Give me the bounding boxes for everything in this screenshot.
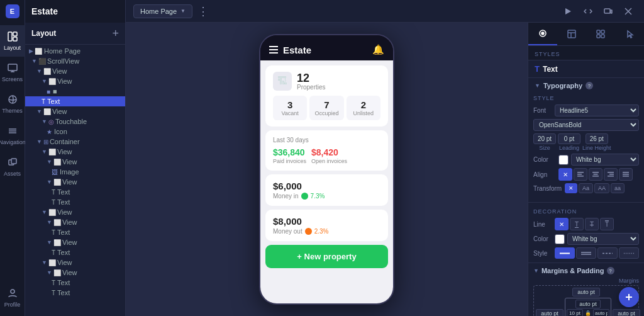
align-left-button[interactable]: [574, 168, 587, 181]
tree-item-icon[interactable]: ★ Icon: [25, 127, 125, 137]
deco-color-swatch[interactable]: [555, 234, 565, 244]
sidebar-item-profile[interactable]: Profile: [0, 282, 25, 313]
text-component-icon: T: [535, 64, 540, 74]
component-type-label: Text: [543, 65, 558, 74]
transform-capitalize-button[interactable]: Aa: [579, 183, 593, 193]
leading-input[interactable]: [558, 133, 580, 144]
tree-item-view-9[interactable]: ▼ ⬜ View: [25, 237, 125, 247]
tree-item-text-1[interactable]: T Text: [25, 187, 125, 197]
deco-style-double-button[interactable]: [576, 247, 596, 259]
tree-item-text-3[interactable]: T Text: [25, 227, 125, 237]
themes-label: Themes: [2, 108, 23, 114]
tree-item-scrollview[interactable]: ▼ ⬛ ScrollView: [25, 56, 125, 66]
tree-item-touchable[interactable]: ▼ ◎ Touchable: [25, 116, 125, 127]
vacant-stat: 3 Vacant: [273, 96, 307, 120]
deco-overline-button[interactable]: T: [600, 218, 614, 230]
money-in-pct: 7.3%: [311, 193, 325, 200]
deco-strikethrough-button[interactable]: T: [585, 218, 599, 230]
tree-item-text-2[interactable]: T Text: [25, 197, 125, 207]
font-preset-select[interactable]: Headline5: [555, 104, 639, 116]
align-right-button[interactable]: [604, 168, 618, 181]
padding-right-input[interactable]: [593, 309, 609, 316]
devices-button[interactable]: [600, 3, 616, 20]
add-component-floating-button[interactable]: [619, 287, 639, 307]
svg-rect-32: [592, 176, 599, 177]
money-in-card: $6,000 Money in 7.3%: [265, 174, 388, 206]
tree-item-view-2[interactable]: ▼ ⬜ View: [25, 76, 125, 86]
tree-item-view-7[interactable]: ▼ ⬜ View: [25, 207, 125, 217]
padding-lock-icon[interactable]: 🔒: [584, 310, 592, 317]
margin-right-input[interactable]: [613, 309, 640, 317]
tree-item-text-4[interactable]: T Text: [25, 247, 125, 257]
padding-left-input[interactable]: [567, 309, 583, 316]
margin-top-input[interactable]: [572, 288, 600, 296]
play-button[interactable]: [560, 3, 576, 20]
notification-bell-icon[interactable]: 🔔: [372, 44, 384, 55]
new-property-button[interactable]: + New property: [265, 245, 388, 268]
money-out-label: Money out: [273, 228, 303, 235]
add-component-button[interactable]: +: [112, 28, 119, 39]
tab-layout[interactable]: [557, 23, 586, 45]
sidebar-item-themes[interactable]: Themes: [0, 88, 25, 120]
tree-item-text-6[interactable]: T Text: [25, 288, 125, 298]
code-button[interactable]: [580, 3, 596, 20]
tree-item-view-1[interactable]: ▼ ⬜ View: [25, 66, 125, 76]
tree-item-view-6[interactable]: ▼ ⬜ View: [25, 177, 125, 187]
margins-section-header[interactable]: ▼ Margins & Padding ?: [533, 267, 639, 274]
sidebar-item-layout[interactable]: Layout: [0, 25, 25, 57]
padding-top-input[interactable]: [575, 300, 601, 308]
sidebar-item-navigation[interactable]: Navigation: [0, 120, 25, 151]
deco-style-dashed-button[interactable]: [597, 247, 618, 259]
align-none-button[interactable]: ✕: [558, 168, 572, 181]
page-selector[interactable]: Home Page ▼: [133, 4, 192, 18]
navigation-label: Navigation: [0, 139, 26, 145]
font-family-select[interactable]: OpenSansBold: [533, 119, 639, 131]
transform-lowercase-button[interactable]: aa: [611, 183, 625, 193]
deco-underline-button[interactable]: T: [570, 218, 584, 230]
close-button[interactable]: [620, 3, 636, 20]
tree-item-view-4[interactable]: ▼ ⬜ View: [25, 147, 125, 157]
deco-style-solid-button[interactable]: [555, 247, 575, 259]
layout-icon: [8, 31, 18, 43]
chevron-down-typography-icon: ▼: [535, 82, 540, 89]
tree-item-container[interactable]: ▼ ⊞ Container: [25, 137, 125, 147]
more-options-button[interactable]: ⋮: [197, 6, 209, 17]
align-justify-button[interactable]: [619, 168, 633, 181]
svg-rect-2: [611, 10, 612, 13]
typography-section-header[interactable]: ▼ Typography ?: [528, 78, 644, 93]
assets-icon: [8, 157, 18, 169]
tree-item-homepage[interactable]: ▶ ⬜ Home Page: [25, 46, 125, 56]
svg-rect-26: [601, 35, 604, 38]
tab-components[interactable]: [586, 23, 615, 45]
money-in-amount: $6,000: [273, 181, 380, 191]
tab-interactions[interactable]: [615, 23, 644, 45]
tree-item-image[interactable]: 🖼 Image: [25, 167, 125, 177]
svg-rect-7: [13, 37, 17, 41]
tree-item-text-selected[interactable]: T Text: [25, 96, 125, 106]
transform-none-button[interactable]: ✕: [565, 183, 577, 193]
color-select[interactable]: White bg: [571, 154, 639, 166]
deco-none-button[interactable]: ✕: [555, 218, 569, 230]
align-center-button[interactable]: [589, 168, 602, 181]
line-height-input[interactable]: [586, 133, 608, 144]
svg-rect-34: [609, 174, 614, 175]
tree-item-view-11[interactable]: ▼ ⬜ View: [25, 268, 125, 278]
svg-rect-1: [604, 9, 610, 13]
svg-rect-35: [608, 176, 614, 177]
tree-item-component[interactable]: ■ ■: [25, 86, 125, 96]
font-size-input[interactable]: [533, 133, 556, 144]
tree-item-view-8[interactable]: ▼ ⬜ View: [25, 217, 125, 227]
sidebar-item-assets[interactable]: Assets: [0, 151, 25, 183]
tree-item-text-5[interactable]: T Text: [25, 278, 125, 288]
tree-item-view-3[interactable]: ▼ ⬜ View: [25, 106, 125, 116]
tab-style[interactable]: [528, 23, 557, 45]
deco-style-dotted-button[interactable]: [619, 247, 639, 259]
transform-uppercase-button[interactable]: AA: [594, 183, 609, 193]
hamburger-menu-button[interactable]: [269, 46, 278, 54]
color-swatch[interactable]: [558, 155, 569, 165]
tree-item-view-5[interactable]: ▼ ⬜ View: [25, 157, 125, 167]
tree-item-view-10[interactable]: ▼ ⬜ View: [25, 257, 125, 268]
margin-left-input[interactable]: [536, 309, 564, 317]
sidebar-item-screens[interactable]: Screens: [0, 57, 25, 88]
deco-color-select[interactable]: White bg: [567, 233, 639, 245]
